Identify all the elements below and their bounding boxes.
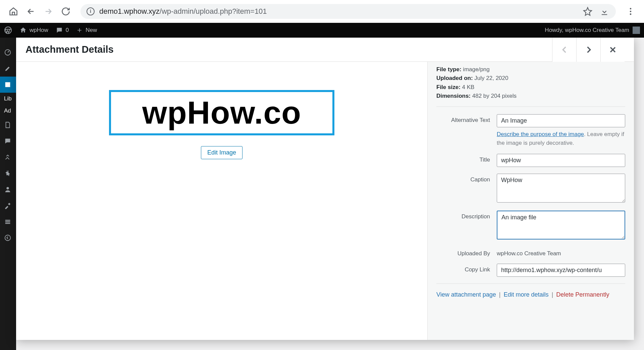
wp-admin-menu: Lib Ad [0,38,16,350]
description-label: Description [436,211,497,220]
modal-header: Attachment Details [16,38,634,62]
alt-text-label: Alternative Text [436,114,497,124]
svg-rect-8 [5,221,10,222]
uploaded-by-value: wpHow.co Creative Team [497,248,625,257]
alt-text-input[interactable] [497,114,625,127]
back-icon[interactable] [25,6,36,17]
menu-dots-icon[interactable] [625,6,636,17]
alt-help-link[interactable]: Describe the purpose of the image [497,131,584,137]
svg-point-1 [630,11,632,12]
attachment-actions: View attachment page | Edit more details… [436,283,625,298]
svg-rect-7 [5,220,10,221]
account-link[interactable]: Howdy, wpHow.co Creative Team [545,27,640,34]
delete-permanently-link[interactable]: Delete Permanently [556,291,609,298]
svg-point-0 [630,8,632,10]
url-text: demo1.wphow.xyz/wp-admin/upload.php?item… [99,7,267,16]
attachment-meta: File type: image/png Uploaded on: July 2… [436,65,625,100]
edit-more-link[interactable]: Edit more details [504,291,549,298]
reload-icon[interactable] [60,6,71,17]
star-icon[interactable] [582,6,593,17]
caption-input[interactable]: WpHow [497,174,625,203]
menu-comments-icon[interactable] [0,133,16,149]
forward-icon [43,6,54,17]
caption-label: Caption [436,174,497,183]
alt-help-text: Describe the purpose of the image. Leave… [497,130,625,147]
menu-dashboard-icon[interactable] [0,44,16,60]
svg-point-6 [6,187,9,189]
menu-tools-icon[interactable] [0,198,16,214]
site-info-icon[interactable]: i [87,7,95,15]
menu-plugins-icon[interactable] [0,165,16,181]
avatar [633,27,640,34]
divider [436,106,625,107]
url-bar[interactable]: i demo1.wphow.xyz/wp-admin/upload.php?it… [80,4,616,19]
menu-posts-icon[interactable] [0,60,16,77]
attachment-preview: wpHow.co [109,90,334,135]
uploaded-by-label: Uploaded By [436,248,497,257]
comments-link[interactable]: 0 [56,27,69,34]
title-input[interactable] [497,154,625,167]
download-icon[interactable] [599,6,610,17]
edit-image-button[interactable]: Edit Image [201,146,243,159]
svg-rect-9 [5,223,10,224]
view-attachment-link[interactable]: View attachment page [436,291,496,298]
site-link[interactable]: wpHow [19,27,48,34]
menu-media-add[interactable]: Ad [0,105,16,117]
browser-toolbar: i demo1.wphow.xyz/wp-admin/upload.php?it… [0,0,644,23]
modal-title: Attachment Details [25,44,114,55]
next-attachment-button[interactable] [576,38,600,62]
menu-media-icon[interactable] [0,77,16,93]
wp-logo-icon[interactable] [4,26,12,34]
svg-point-10 [5,235,11,241]
menu-appearance-icon[interactable] [0,149,16,165]
preview-pane: wpHow.co Edit Image [16,62,427,340]
prev-attachment-button [552,38,576,62]
new-link[interactable]: New [76,27,97,34]
copy-link-label: Copy Link [436,264,497,273]
menu-media-library[interactable]: Lib [0,93,16,105]
description-input[interactable]: An image file [497,211,625,239]
details-pane: File type: image/png Uploaded on: July 2… [427,62,634,340]
menu-pages-icon[interactable] [0,117,16,133]
home-icon[interactable] [8,6,19,17]
svg-point-2 [630,13,632,15]
title-label: Title [436,154,497,163]
attachment-details-modal: Attachment Details wpHow.co [16,38,634,340]
close-modal-button[interactable] [600,38,625,62]
wp-admin-bar: wpHow 0 New Howdy, wpHow.co Creative Tea… [0,23,644,38]
menu-users-icon[interactable] [0,181,16,198]
menu-collapse-icon[interactable] [0,230,16,246]
menu-settings-icon[interactable] [0,214,16,230]
copy-link-input[interactable] [497,264,625,277]
